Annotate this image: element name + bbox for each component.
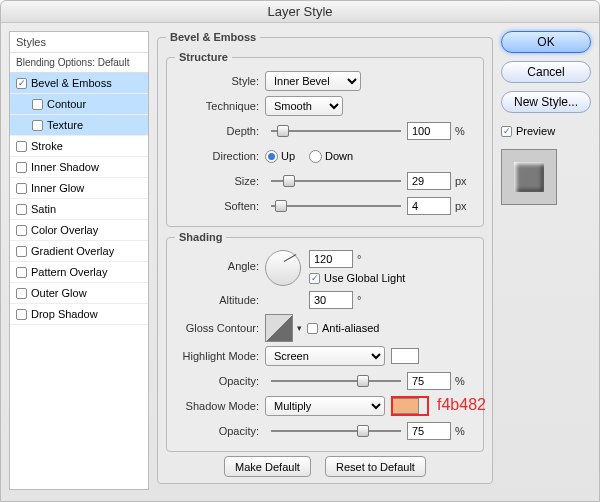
style-item-checkbox[interactable] (16, 78, 27, 89)
cancel-button[interactable]: Cancel (501, 61, 591, 83)
anti-aliased-label: Anti-aliased (322, 322, 379, 334)
soften-label: Soften: (175, 200, 265, 212)
highlight-mode-select[interactable]: Screen (265, 346, 385, 366)
style-item-checkbox[interactable] (16, 141, 27, 152)
size-label: Size: (175, 175, 265, 187)
preview-thumbnail (501, 149, 557, 205)
direction-down-label: Down (325, 150, 353, 162)
angle-input[interactable] (309, 250, 353, 268)
anti-aliased-checkbox[interactable] (307, 323, 318, 334)
size-slider[interactable] (271, 174, 401, 188)
shading-legend: Shading (175, 231, 226, 243)
structure-legend: Structure (175, 51, 232, 63)
style-item-label: Texture (47, 119, 83, 131)
reset-default-button[interactable]: Reset to Default (325, 456, 426, 477)
gloss-contour-label: Gloss Contour: (175, 322, 265, 334)
style-item-checkbox[interactable] (16, 267, 27, 278)
blending-options-item[interactable]: Blending Options: Default (10, 53, 148, 73)
size-input[interactable] (407, 172, 451, 190)
style-item-texture[interactable]: Texture (10, 115, 148, 136)
styles-list: Styles Blending Options: Default Bevel &… (9, 31, 149, 490)
depth-unit: % (455, 125, 465, 137)
shadow-opacity-slider[interactable] (271, 424, 401, 438)
style-select[interactable]: Inner Bevel (265, 71, 361, 91)
style-item-label: Contour (47, 98, 86, 110)
style-item-bevel-emboss[interactable]: Bevel & Emboss (10, 73, 148, 94)
shadow-color-swatch[interactable] (391, 398, 419, 414)
style-item-checkbox[interactable] (32, 99, 43, 110)
depth-slider[interactable] (271, 124, 401, 138)
style-item-color-overlay[interactable]: Color Overlay (10, 220, 148, 241)
make-default-button[interactable]: Make Default (224, 456, 311, 477)
style-item-label: Stroke (31, 140, 63, 152)
gloss-contour-picker[interactable]: ▾ (265, 314, 293, 342)
angle-dial[interactable] (265, 250, 301, 286)
soften-unit: px (455, 200, 467, 212)
global-light-checkbox[interactable] (309, 273, 320, 284)
highlight-opacity-slider[interactable] (271, 374, 401, 388)
style-item-outer-glow[interactable]: Outer Glow (10, 283, 148, 304)
shading-group: Shading Angle: ° Use Global Light (166, 231, 484, 452)
style-item-label: Bevel & Emboss (31, 77, 112, 89)
panel-title: Bevel & Emboss (166, 31, 260, 43)
direction-up-radio[interactable] (265, 150, 278, 163)
style-item-checkbox[interactable] (16, 288, 27, 299)
direction-label: Direction: (175, 150, 265, 162)
style-item-label: Inner Glow (31, 182, 84, 194)
direction-down-radio[interactable] (309, 150, 322, 163)
style-item-pattern-overlay[interactable]: Pattern Overlay (10, 262, 148, 283)
highlight-opacity-input[interactable] (407, 372, 451, 390)
new-style-button[interactable]: New Style... (501, 91, 591, 113)
style-label: Style: (175, 75, 265, 87)
style-item-checkbox[interactable] (16, 225, 27, 236)
direction-up-label: Up (281, 150, 295, 162)
bevel-emboss-group: Bevel & Emboss Structure Style: Inner Be… (157, 31, 493, 484)
highlight-color-swatch[interactable] (391, 348, 419, 364)
styles-header[interactable]: Styles (10, 32, 148, 53)
depth-input[interactable] (407, 122, 451, 140)
highlight-mode-label: Highlight Mode: (175, 350, 265, 362)
options-panel: Bevel & Emboss Structure Style: Inner Be… (157, 31, 493, 490)
style-item-checkbox[interactable] (16, 162, 27, 173)
style-item-label: Drop Shadow (31, 308, 98, 320)
global-light-label: Use Global Light (324, 272, 405, 284)
style-item-satin[interactable]: Satin (10, 199, 148, 220)
structure-group: Structure Style: Inner Bevel Technique: … (166, 51, 484, 227)
dialog-buttons: OK Cancel New Style... Preview (501, 31, 591, 490)
style-item-contour[interactable]: Contour (10, 94, 148, 115)
shadow-mode-select[interactable]: Multiply (265, 396, 385, 416)
shadow-opacity-unit: % (455, 425, 465, 437)
altitude-label: Altitude: (175, 294, 265, 306)
style-item-checkbox[interactable] (16, 246, 27, 257)
style-item-inner-shadow[interactable]: Inner Shadow (10, 157, 148, 178)
style-item-stroke[interactable]: Stroke (10, 136, 148, 157)
style-item-label: Inner Shadow (31, 161, 99, 173)
style-item-gradient-overlay[interactable]: Gradient Overlay (10, 241, 148, 262)
style-item-label: Pattern Overlay (31, 266, 107, 278)
technique-label: Technique: (175, 100, 265, 112)
shadow-opacity-input[interactable] (407, 422, 451, 440)
soften-input[interactable] (407, 197, 451, 215)
preview-label: Preview (516, 125, 555, 137)
style-item-inner-glow[interactable]: Inner Glow (10, 178, 148, 199)
size-unit: px (455, 175, 467, 187)
angle-unit: ° (357, 253, 361, 265)
shadow-mode-label: Shadow Mode: (175, 400, 265, 412)
layer-style-dialog: Layer Style Styles Blending Options: Def… (0, 0, 600, 502)
style-item-drop-shadow[interactable]: Drop Shadow (10, 304, 148, 325)
preview-checkbox[interactable] (501, 126, 512, 137)
style-item-label: Color Overlay (31, 224, 98, 236)
style-item-label: Satin (31, 203, 56, 215)
style-item-label: Gradient Overlay (31, 245, 114, 257)
style-item-checkbox[interactable] (32, 120, 43, 131)
style-item-checkbox[interactable] (16, 309, 27, 320)
style-item-checkbox[interactable] (16, 204, 27, 215)
style-item-checkbox[interactable] (16, 183, 27, 194)
ok-button[interactable]: OK (501, 31, 591, 53)
altitude-input[interactable] (309, 291, 353, 309)
shadow-opacity-label: Opacity: (175, 425, 265, 437)
soften-slider[interactable] (271, 199, 401, 213)
altitude-unit: ° (357, 294, 361, 306)
technique-select[interactable]: Smooth (265, 96, 343, 116)
angle-label: Angle: (175, 250, 265, 272)
